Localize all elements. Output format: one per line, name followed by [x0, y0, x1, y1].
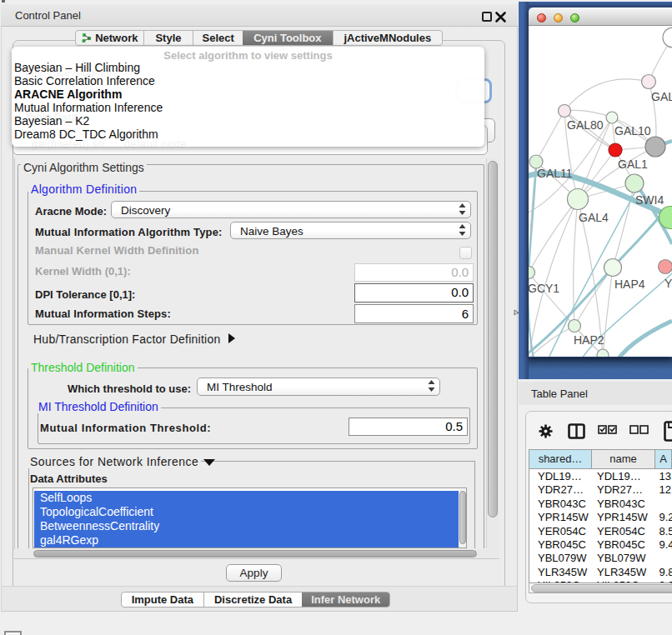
svg-text:SWI4: SWI4: [635, 193, 664, 207]
svg-text:HAP2: HAP2: [574, 333, 604, 347]
svg-text:GAL10: GAL10: [614, 124, 651, 138]
svg-text:GAL4: GAL4: [579, 211, 609, 224]
svg-text:GAL80: GAL80: [567, 118, 604, 132]
svg-text:HAP4: HAP4: [614, 278, 645, 291]
svg-text:GAL2: GAL2: [651, 90, 672, 103]
svg-text:GCY1: GCY1: [529, 282, 559, 295]
svg-text:GAL1: GAL1: [618, 158, 648, 171]
svg-text:GAL11: GAL11: [537, 167, 573, 180]
svg-text:YE: YE: [664, 277, 672, 290]
